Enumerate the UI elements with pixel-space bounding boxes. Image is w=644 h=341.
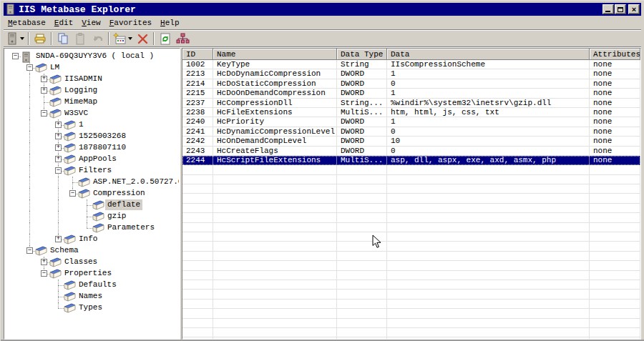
tree-item-label[interactable]: W3SVC [62, 108, 90, 119]
tree-item-label[interactable]: Classes [62, 257, 99, 267]
minimize-button[interactable] [602, 4, 614, 14]
tree-item-classes[interactable]: +Classes [6, 257, 179, 268]
collapse-toggle[interactable]: − [69, 190, 76, 197]
tree-item-label[interactable]: Names [77, 291, 104, 302]
cell-attributes: none [590, 156, 640, 165]
table-row[interactable]: 2244HcScriptFileExtensionsMultiS...asp, … [182, 156, 640, 165]
table-row[interactable]: 2238HcFileExtensionsMultiS...htm, html, … [182, 108, 640, 117]
table-row[interactable]: 2215HcDoOnDemandCompressionDWORD1none [182, 89, 640, 98]
tree-item-label[interactable]: Compression [91, 188, 147, 199]
tree-item-label[interactable]: MimeMap [62, 97, 99, 107]
column-header-attributes[interactable]: Attributes [590, 49, 640, 60]
menu-item-view[interactable]: View [77, 17, 104, 29]
tree-item-1[interactable]: +1 [6, 119, 179, 131]
menu-item-metabase[interactable]: Metabase [4, 17, 50, 29]
menu-item-favorites[interactable]: Favorites [105, 17, 156, 29]
table-row[interactable]: 2241HcDynamicCompressionLevelDWORD0none [182, 127, 640, 137]
menu-item-help[interactable]: Help [156, 17, 183, 29]
tree-item-properties[interactable]: −Properties [6, 268, 179, 280]
tree-item-types[interactable]: Types [6, 302, 179, 314]
table-row[interactable]: 2214HcDoStaticCompressionDWORD0none [182, 79, 640, 89]
tree-item-label[interactable]: gzip [105, 211, 128, 222]
expand-toggle[interactable]: + [41, 87, 47, 94]
tree-item-label[interactable]: deflate [105, 199, 142, 210]
expand-toggle[interactable]: + [41, 259, 47, 265]
tree-item-label[interactable]: ASP.NET_2.0.50727.0 [91, 177, 179, 187]
expand-toggle[interactable]: + [55, 236, 62, 242]
tree-item-apppools[interactable]: +AppPools [6, 154, 179, 165]
collapse-toggle[interactable]: − [41, 270, 47, 277]
column-header-id[interactable]: ID [182, 49, 213, 60]
expand-toggle[interactable]: + [55, 122, 62, 128]
expand-toggle[interactable]: + [55, 144, 62, 151]
toolbar-button-connect-server[interactable] [5, 31, 26, 46]
table-row[interactable]: 2213HcDoDynamicCompressionDWORD1none [182, 69, 640, 79]
tree-item-iisadmin[interactable]: +IISADMIN [6, 74, 179, 85]
collapse-toggle[interactable]: − [41, 110, 47, 117]
tree-item-label[interactable]: Types [77, 302, 104, 313]
tree-item-label[interactable]: 1878807110 [77, 142, 128, 153]
table-row[interactable]: 2237HcCompressionDllString...%windir%\sy… [182, 99, 640, 108]
toolbar-button-paste[interactable] [72, 31, 89, 46]
toolbar-button-new-key[interactable] [112, 31, 134, 46]
toolbar-button-hierarchy[interactable] [174, 31, 191, 46]
tree-item-label[interactable]: Defaults [77, 280, 119, 290]
dropdown-arrow-icon[interactable] [128, 37, 132, 40]
tree-item-label[interactable]: Parameters [105, 222, 157, 233]
tree-item-logging[interactable]: +Logging [6, 85, 179, 97]
tree-item-label[interactable]: Filters [77, 165, 114, 176]
toolbar-button-refresh[interactable] [157, 31, 174, 46]
collapse-toggle[interactable]: − [12, 53, 19, 59]
tree-item-compression[interactable]: −Compression [6, 188, 179, 199]
tree-item-info[interactable]: +Info [6, 234, 179, 245]
tree-item-filters[interactable]: −Filters [6, 165, 179, 177]
tree-item-label[interactable]: Properties [62, 268, 114, 279]
expand-toggle[interactable]: + [55, 133, 62, 139]
tree-item-parameters[interactable]: Parameters [6, 222, 179, 234]
tree-item-1878807110[interactable]: +1878807110 [6, 142, 179, 154]
tree-item-snda-69q3uyy3v6-local[interactable]: −SNDA-69Q3UYY3V6 ( local ) [6, 51, 179, 62]
cell-name: HcCompressionDll [213, 99, 337, 108]
toolbar-button-delete[interactable] [134, 31, 151, 46]
tree-item-deflate[interactable]: deflate [6, 199, 179, 211]
tree-item-gzip[interactable]: gzip [6, 211, 179, 222]
expand-toggle[interactable]: + [55, 156, 62, 162]
dropdown-arrow-icon[interactable] [20, 37, 24, 40]
tree-item-1525003268[interactable]: +1525003268 [6, 131, 179, 142]
tree-item-asp-net-2-0-50727-0[interactable]: ASP.NET_2.0.50727.0 [6, 177, 179, 188]
tree-item-label[interactable]: Info [77, 234, 99, 244]
tree-item-w3svc[interactable]: −W3SVC [6, 108, 179, 119]
tree-item-names[interactable]: Names [6, 291, 179, 302]
tree-item-label[interactable]: 1 [77, 119, 86, 130]
column-header-data-type[interactable]: Data Type [337, 49, 387, 60]
tree-item-label[interactable]: Schema [48, 245, 81, 256]
tree-item-lm[interactable]: −LM [6, 62, 179, 74]
tree-item-schema[interactable]: −Schema [6, 245, 179, 257]
table-row[interactable]: 2243HcCreateFlagsDWORD0none [182, 147, 640, 156]
collapse-toggle[interactable]: − [55, 167, 62, 174]
expand-toggle[interactable]: + [41, 76, 47, 82]
tree-item-defaults[interactable]: Defaults [6, 280, 179, 291]
tree-item-mimemap[interactable]: MimeMap [6, 97, 179, 108]
table-row[interactable]: 2240HcPriorityDWORD1none [182, 117, 640, 127]
column-header-name[interactable]: Name [213, 49, 337, 60]
toolbar-button-printer[interactable] [31, 31, 49, 46]
collapse-toggle[interactable]: − [26, 247, 33, 254]
collapse-toggle[interactable]: − [26, 64, 33, 71]
table-row[interactable]: 2242HcOnDemandCompLevelDWORD10none [182, 137, 640, 146]
tree-item-label[interactable]: Logging [62, 85, 99, 96]
close-button[interactable]: × [628, 4, 640, 14]
tree-item-label[interactable]: LM [48, 62, 62, 73]
table-row[interactable]: 1002KeyTypeStringIIsCompressionSchemenon… [182, 60, 640, 69]
metabase-tree: −SNDA-69Q3UYY3V6 ( local )−LM+IISADMIN+L… [5, 49, 179, 338]
tree-item-label[interactable]: IISADMIN [62, 74, 104, 84]
column-header-data[interactable]: Data [387, 49, 590, 60]
tree-item-label[interactable]: SNDA-69Q3UYY3V6 ( local ) [34, 51, 156, 61]
empty-cell [213, 223, 337, 232]
toolbar-button-copy[interactable] [54, 31, 72, 46]
tree-item-label[interactable]: 1525003268 [77, 131, 128, 142]
tree-item-label[interactable]: AppPools [77, 154, 119, 164]
maximize-button[interactable] [615, 4, 626, 14]
menu-item-edit[interactable]: Edit [50, 17, 77, 29]
toolbar-button-undo[interactable] [89, 31, 106, 46]
